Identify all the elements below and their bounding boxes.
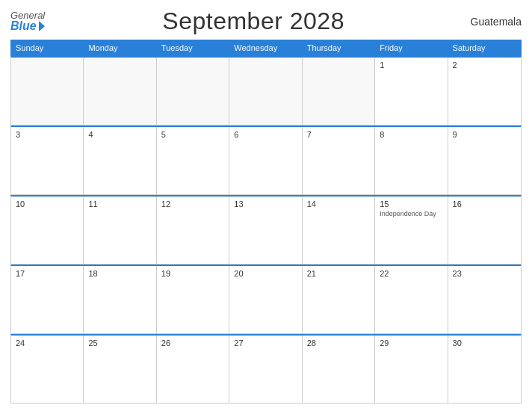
- day-number: 14: [307, 200, 370, 208]
- day-cell-sep7: 7: [303, 127, 375, 194]
- day-cell: [229, 58, 302, 125]
- calendar-title: September 2028: [162, 7, 344, 35]
- day-cell-sep6: 6: [229, 127, 302, 194]
- day-number: 17: [16, 269, 78, 278]
- logo-blue-text: Blue: [10, 20, 45, 32]
- week-row-4: 17 18 19 20 21 22 23: [10, 265, 522, 334]
- day-number: 11: [88, 200, 151, 208]
- day-cell-sep24: 24: [11, 336, 84, 403]
- day-cell-sep15: 15 Independence Day: [375, 197, 448, 264]
- day-cell: [84, 58, 156, 125]
- day-number: 2: [453, 61, 516, 69]
- day-cell-sep4: 4: [84, 127, 156, 194]
- day-number: 23: [453, 269, 516, 278]
- day-cell-sep8: 8: [375, 127, 448, 194]
- calendar-grid: Sunday Monday Tuesday Wednesday Thursday…: [10, 40, 522, 404]
- day-number: 22: [380, 269, 442, 278]
- day-number: 30: [453, 339, 516, 347]
- header-tuesday: Tuesday: [157, 40, 229, 55]
- day-cell-sep1: 1: [375, 58, 448, 125]
- week-row-1: 1 2: [10, 56, 522, 126]
- header-friday: Friday: [375, 40, 448, 55]
- day-cell: [303, 58, 375, 125]
- day-number: 21: [307, 269, 370, 278]
- day-cell-sep22: 22: [375, 266, 448, 333]
- day-cell-sep19: 19: [157, 266, 229, 333]
- day-cell-sep5: 5: [157, 127, 229, 194]
- header-monday: Monday: [84, 40, 156, 55]
- day-number: 19: [161, 269, 224, 278]
- day-cell-sep21: 21: [303, 266, 375, 333]
- day-number: 4: [88, 130, 151, 139]
- day-cell-sep30: 30: [448, 336, 521, 403]
- day-number: 7: [307, 130, 370, 139]
- day-cell: [11, 58, 84, 125]
- day-cell: [157, 58, 229, 125]
- day-number: 12: [161, 200, 224, 208]
- day-cell-sep10: 10: [11, 197, 84, 264]
- day-headers-row: Sunday Monday Tuesday Wednesday Thursday…: [10, 40, 522, 56]
- day-number: 15: [380, 200, 442, 208]
- day-cell-sep25: 25: [84, 336, 156, 403]
- day-number: 29: [380, 339, 442, 347]
- header-sunday: Sunday: [11, 40, 84, 55]
- day-cell-sep27: 27: [229, 336, 302, 403]
- week-row-2: 3 4 5 6 7 8 9: [10, 126, 522, 195]
- day-cell-sep26: 26: [157, 336, 229, 403]
- day-number: 10: [16, 200, 78, 208]
- country-label: Guatemala: [462, 16, 522, 28]
- calendar-header: General Blue September 2028 Guatemala: [10, 7, 522, 35]
- day-number: 13: [234, 200, 297, 208]
- day-cell-sep2: 2: [448, 58, 521, 125]
- day-number: 1: [380, 61, 442, 69]
- day-cell-sep11: 11: [84, 197, 156, 264]
- logo-triangle-icon: [39, 21, 45, 31]
- day-number: 25: [88, 339, 151, 347]
- day-cell-sep20: 20: [229, 266, 302, 333]
- day-number: 24: [16, 339, 78, 347]
- week-row-3: 10 11 12 13 14 15 Independence Day: [10, 195, 522, 265]
- day-cell-sep3: 3: [11, 127, 84, 194]
- day-number: 16: [453, 200, 516, 208]
- day-number: 6: [234, 130, 297, 139]
- day-cell-sep18: 18: [84, 266, 156, 333]
- day-number: 28: [307, 339, 370, 347]
- day-cell-sep16: 16: [448, 197, 521, 264]
- day-cell-sep14: 14: [303, 197, 375, 264]
- day-cell-sep17: 17: [11, 266, 84, 333]
- logo: General Blue: [10, 10, 45, 32]
- weeks-container: 1 2 3 4 5 6: [10, 56, 522, 404]
- day-cell-sep23: 23: [448, 266, 521, 333]
- day-number: 5: [161, 130, 224, 139]
- day-number: 9: [453, 130, 516, 139]
- day-cell-sep12: 12: [157, 197, 229, 264]
- day-number: 18: [88, 269, 151, 278]
- day-cell-sep13: 13: [229, 197, 302, 264]
- day-number: 26: [161, 339, 224, 347]
- header-thursday: Thursday: [303, 40, 375, 55]
- day-cell-sep29: 29: [375, 336, 448, 403]
- day-number: 20: [234, 269, 297, 278]
- week-row-5: 24 25 26 27 28 29 30: [10, 334, 522, 404]
- day-cell-sep28: 28: [303, 336, 375, 403]
- day-number: 27: [234, 339, 297, 347]
- header-wednesday: Wednesday: [229, 40, 302, 55]
- independence-day-event: Independence Day: [380, 210, 442, 218]
- day-number: 8: [380, 130, 442, 139]
- header-saturday: Saturday: [448, 40, 521, 55]
- day-cell-sep9: 9: [448, 127, 521, 194]
- day-number: 3: [16, 130, 78, 139]
- calendar-page: General Blue September 2028 Guatemala Su…: [0, 0, 532, 411]
